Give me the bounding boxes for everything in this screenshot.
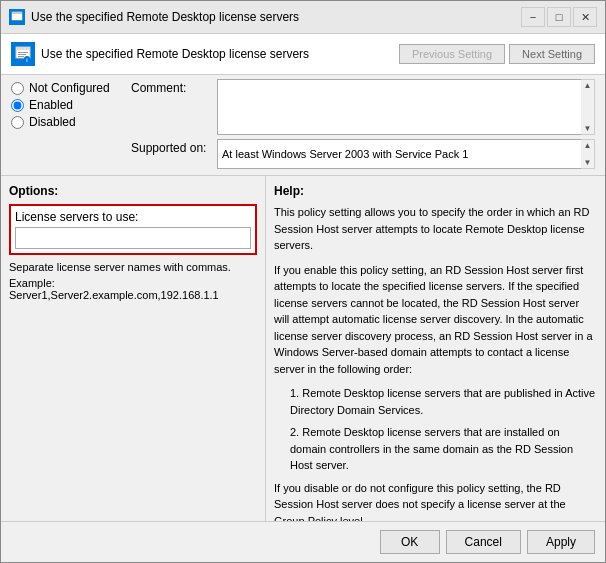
header-left: i Use the specified Remote Desktop licen…	[11, 42, 309, 66]
next-setting-button[interactable]: Next Setting	[509, 44, 595, 64]
example-note: Example: Server1,Server2.example.com,192…	[9, 277, 257, 301]
supported-area: At least Windows Server 2003 with Servic…	[217, 139, 595, 169]
comment-scrollable: ▲ ▼	[217, 79, 595, 135]
scroll-down-arrow: ▼	[584, 124, 592, 133]
help-para-1: This policy setting allows you to specif…	[274, 204, 597, 254]
comment-row: Comment: ▲ ▼	[131, 79, 595, 135]
help-para-4: 2. Remote Desktop license servers that a…	[290, 424, 597, 474]
title-bar-left: Use the specified Remote Desktop license…	[9, 9, 299, 25]
prev-setting-button[interactable]: Previous Setting	[399, 44, 505, 64]
header-buttons: Previous Setting Next Setting	[399, 44, 595, 64]
enabled-radio[interactable]	[11, 99, 24, 112]
supported-row: Supported on: At least Windows Server 20…	[131, 139, 595, 169]
apply-button[interactable]: Apply	[527, 530, 595, 554]
header-section: i Use the specified Remote Desktop licen…	[1, 34, 605, 75]
license-label: License servers to use:	[15, 210, 251, 224]
options-panel: Options: License servers to use: Separat…	[1, 176, 266, 521]
title-bar: Use the specified Remote Desktop license…	[1, 1, 605, 34]
title-controls: − □ ✕	[521, 7, 597, 27]
svg-rect-6	[18, 56, 24, 57]
footer: OK Cancel Apply	[1, 521, 605, 562]
svg-rect-1	[12, 12, 22, 14]
license-input[interactable]	[15, 227, 251, 249]
supported-label: Supported on:	[131, 139, 211, 155]
separate-note: Separate license server names with comma…	[9, 261, 257, 273]
minimize-button[interactable]: −	[521, 7, 545, 27]
help-content: This policy setting allows you to specif…	[274, 204, 597, 521]
radio-column: Not Configured Enabled Disabled	[1, 75, 131, 175]
maximize-button[interactable]: □	[547, 7, 571, 27]
title-text: Use the specified Remote Desktop license…	[31, 10, 299, 24]
right-fields: Comment: ▲ ▼ Supported on: At le	[131, 75, 605, 175]
radio-disabled[interactable]: Disabled	[11, 115, 121, 129]
comment-scrollbar[interactable]: ▲ ▼	[581, 79, 595, 135]
svg-rect-3	[16, 47, 30, 50]
scroll-up-icon: ▲	[584, 141, 592, 150]
disabled-label: Disabled	[29, 115, 76, 129]
help-para-3: 1. Remote Desktop license servers that a…	[290, 385, 597, 418]
radio-enabled[interactable]: Enabled	[11, 98, 121, 112]
cancel-button[interactable]: Cancel	[446, 530, 521, 554]
help-para-5: If you disable or do not configure this …	[274, 480, 597, 522]
main-area: Options: License servers to use: Separat…	[1, 175, 605, 521]
scroll-down-icon: ▼	[584, 158, 592, 167]
supported-scrollbar[interactable]: ▲ ▼	[581, 139, 595, 169]
help-panel: Help: This policy setting allows you to …	[266, 176, 605, 521]
close-button[interactable]: ✕	[573, 7, 597, 27]
disabled-radio[interactable]	[11, 116, 24, 129]
options-title: Options:	[9, 184, 257, 198]
scroll-up-arrow: ▲	[584, 81, 592, 90]
header-title: Use the specified Remote Desktop license…	[41, 47, 309, 61]
comment-label: Comment:	[131, 79, 211, 95]
dialog-window: Use the specified Remote Desktop license…	[0, 0, 606, 563]
comment-input[interactable]	[217, 79, 595, 135]
policy-icon: i	[11, 42, 35, 66]
not-configured-label: Not Configured	[29, 81, 110, 95]
enabled-label: Enabled	[29, 98, 73, 112]
upper-section: Not Configured Enabled Disabled Comment:	[1, 75, 605, 175]
svg-rect-5	[18, 54, 26, 55]
help-para-2: If you enable this policy setting, an RD…	[274, 262, 597, 378]
comment-area: ▲ ▼	[217, 79, 595, 135]
license-section: License servers to use:	[9, 204, 257, 255]
help-title: Help:	[274, 184, 597, 198]
not-configured-radio[interactable]	[11, 82, 24, 95]
radio-not-configured[interactable]: Not Configured	[11, 81, 121, 95]
dialog-icon	[9, 9, 25, 25]
ok-button[interactable]: OK	[380, 530, 440, 554]
svg-rect-4	[18, 52, 28, 53]
supported-value: At least Windows Server 2003 with Servic…	[217, 139, 595, 169]
